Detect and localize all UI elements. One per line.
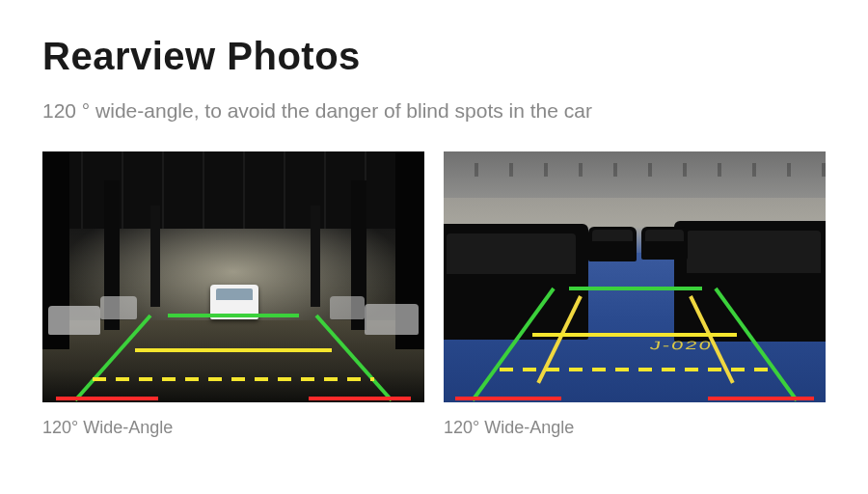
photo-caption-2: 120° Wide-Angle [444, 418, 826, 438]
photo-row: 120° Wide-Angle J-020 [42, 151, 826, 438]
photo-caption-1: 120° Wide-Angle [42, 418, 424, 438]
photo-block-2: J-020 120° Wide-Angle [444, 151, 826, 438]
photo-block-1: 120° Wide-Angle [42, 151, 424, 438]
page-subtitle: 120 ° wide-angle, to avoid the danger of… [42, 99, 826, 123]
rearview-photo-1 [42, 151, 424, 402]
parking-bay-label: J-020 [649, 339, 715, 352]
page-title: Rearview Photos [42, 35, 826, 78]
rearview-photo-2: J-020 [444, 151, 826, 402]
